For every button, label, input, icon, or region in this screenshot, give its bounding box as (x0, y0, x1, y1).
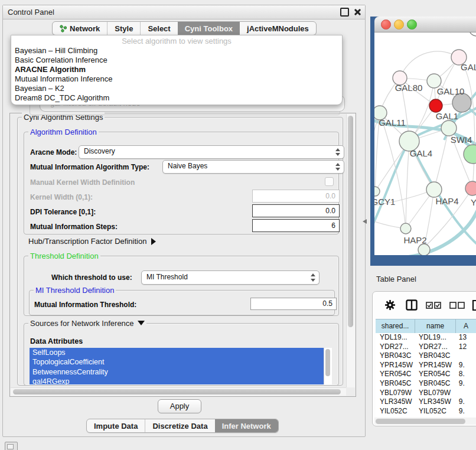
table-cell: 9. (455, 397, 476, 407)
attribute-item-betweennesscentrality[interactable]: BetweennessCentrality (30, 367, 332, 377)
table-cell: 13 (455, 333, 476, 343)
table-row[interactable]: YBR045CYBR045C9. (376, 379, 476, 389)
algorithm-option-bayesian-k2[interactable]: Bayesian – K2 (11, 84, 342, 93)
network-view-window[interactable]: GALGAL80GAL10GAL1GAL11SWI4GAL4GCY1HAP4YH… (370, 17, 476, 266)
table-rows[interactable]: YDL19...YDL19...13YDR27...YDR27...12YBR0… (376, 333, 476, 418)
mi-algorithm-type-combo[interactable]: Naive Bayes (162, 160, 344, 174)
zoom-window-icon[interactable] (407, 19, 417, 30)
node-label-gal10: GAL10 (437, 86, 465, 96)
tab-network[interactable]: Network (53, 22, 107, 35)
table-horizontal-scrollbar[interactable] (374, 418, 476, 425)
settings-vertical-scrollbar[interactable] (346, 114, 355, 387)
algorithm-option-bayesian-hill-climbing[interactable]: Bayesian – Hill Climbing (11, 46, 342, 56)
table-cell: 9. (455, 361, 476, 370)
column-header-name[interactable]: name (415, 319, 456, 333)
collapsed-arrow-icon (151, 238, 156, 245)
table-row[interactable]: YBL079WYBL079W (376, 389, 476, 398)
dpi-tolerance-input[interactable]: 0.0 (252, 204, 340, 217)
node-pink[interactable] (465, 181, 476, 195)
unchecked-columns-icon[interactable] (449, 302, 465, 309)
algorithm-dropdown-list: Select algorithm to view settings Bayesi… (11, 35, 343, 105)
mi-steps-input[interactable]: 6 (252, 219, 340, 232)
control-panel-window: Control Panel NetworkStyleSelectCyni Too… (2, 5, 366, 437)
table-row[interactable]: YIL052CYIL052C9. (376, 407, 476, 416)
column-header-shared[interactable]: shared... (376, 319, 415, 333)
tab-infer-network[interactable]: Infer Network (215, 419, 278, 432)
column-header-a[interactable]: A (456, 319, 476, 333)
node-hap2[interactable] (400, 223, 411, 234)
docked-panel-icon[interactable] (5, 442, 18, 450)
table-panel-title: Table Panel (376, 275, 416, 283)
apply-button[interactable]: Apply (158, 399, 201, 413)
hub-factor-section-toggle[interactable]: Hub/Transcription Factor Definition (28, 237, 156, 246)
export-table-icon[interactable] (472, 299, 476, 311)
mi-threshold-input[interactable]: 0.5 (250, 298, 337, 310)
node-label-gal80: GAL80 (395, 83, 423, 93)
tab-label: Infer Network (222, 422, 271, 431)
mi-type-value: Naive Bayes (168, 162, 207, 170)
node-label-gcy1: GCY1 (374, 197, 395, 207)
table-cell: YER054C (415, 370, 455, 379)
table-cell: 9. (455, 379, 476, 389)
data-attributes-list[interactable]: SelfLoopsTopologicalCoefficientBetweenne… (30, 348, 332, 384)
table-cell: YDR27... (415, 343, 455, 352)
table-row[interactable]: YER054CYER054C8. (376, 370, 476, 379)
table-row[interactable]: YLR345WYLR345W9. (376, 397, 476, 407)
bottom-tabbar: Impute DataDiscretize DataInfer Network (86, 419, 279, 433)
manual-kernel-checkbox[interactable] (325, 177, 334, 186)
node-small-green[interactable] (374, 187, 380, 196)
tab-select[interactable]: Select (140, 22, 177, 35)
table-row[interactable]: YDR27...YDR27...12 (376, 343, 476, 352)
algorithm-option-mutual-information-inference[interactable]: Mutual Information Inference (11, 74, 342, 84)
node-partial-top[interactable] (469, 32, 476, 36)
checked-columns-icon[interactable] (426, 302, 441, 309)
table-row[interactable]: YDL19...YDL19...13 (376, 333, 476, 343)
algorithm-definition-title: Algorithm Definition (28, 128, 99, 136)
tab-cyni-toolbox[interactable]: Cyni Toolbox (178, 22, 240, 35)
attribute-item-selfloops[interactable]: SelfLoops (30, 348, 332, 357)
close-panel-button[interactable] (354, 8, 361, 16)
float-window-button[interactable] (340, 8, 349, 17)
cyni-algorithm-settings-group: Cyni Algorithm Settings Algorithm Defini… (17, 117, 343, 386)
table-row[interactable]: YPR145WYPR145W9. (376, 361, 476, 370)
tab-discretize-data[interactable]: Discretize Data (145, 419, 214, 432)
algorithm-option-aracne-algorithm[interactable]: ARACNE Algorithm (11, 65, 342, 74)
tab-style[interactable]: Style (107, 22, 140, 35)
table-row[interactable]: YBR043CYBR043C (376, 351, 476, 361)
aracne-mode-combo[interactable]: Discovery (79, 145, 344, 159)
network-window-titlebar[interactable] (374, 17, 476, 32)
table-header-row[interactable]: shared...nameA (376, 319, 476, 334)
minimize-window-icon[interactable] (394, 19, 404, 30)
aracne-mode-value: Discovery (84, 147, 115, 155)
algorithm-option-dream8-dc-tdc-algorithm[interactable]: Dream8 DC_TDC Algorithm (11, 93, 342, 103)
close-window-icon[interactable] (381, 19, 391, 30)
mi-threshold-group: MI Threshold Definition Mutual Informati… (29, 290, 335, 315)
tab-label: Network (70, 24, 100, 33)
network-canvas[interactable]: GALGAL80GAL10GAL1GAL11SWI4GAL4GCY1HAP4YH… (374, 32, 476, 255)
sources-group-title[interactable]: Sources for Network Inference (28, 319, 146, 328)
settings-horizontal-scrollbar[interactable] (11, 387, 346, 396)
algorithm-definition-group: Algorithm Definition Aracne Mode: Discov… (24, 132, 339, 234)
kernel-width-input[interactable]: 0.0 (252, 190, 340, 203)
attribute-item-gal4rgexp[interactable]: gal4RGexp (30, 377, 332, 384)
table-cell (455, 389, 476, 398)
split-columns-icon[interactable] (406, 299, 418, 311)
tab-label: Style (115, 24, 133, 33)
table-cell (455, 351, 476, 361)
node-hap4[interactable] (426, 182, 442, 197)
node-partial-bottom[interactable] (418, 244, 430, 255)
node-big-green[interactable] (464, 145, 476, 164)
node-swi4[interactable] (441, 120, 457, 136)
tab-impute-data[interactable]: Impute Data (87, 419, 145, 432)
table-cell: YBR045C (376, 379, 415, 389)
which-threshold-combo[interactable]: MI Threshold (141, 270, 319, 285)
gear-icon[interactable] (384, 299, 396, 311)
attributes-scrollbar[interactable] (324, 348, 332, 384)
tab-jactivemnodules[interactable]: jActiveMNodules (240, 22, 316, 35)
node-red[interactable] (429, 99, 442, 112)
algorithm-option-basic-correlation-inference[interactable]: Basic Correlation Inference (11, 56, 342, 65)
attribute-item-topologicalcoefficient[interactable]: TopologicalCoefficient (30, 357, 332, 367)
threshold-definition-title: Threshold Definition (28, 252, 100, 260)
hub-factor-label: Hub/Transcription Factor Definition (28, 237, 146, 246)
control-panel-title: Control Panel (3, 8, 54, 17)
